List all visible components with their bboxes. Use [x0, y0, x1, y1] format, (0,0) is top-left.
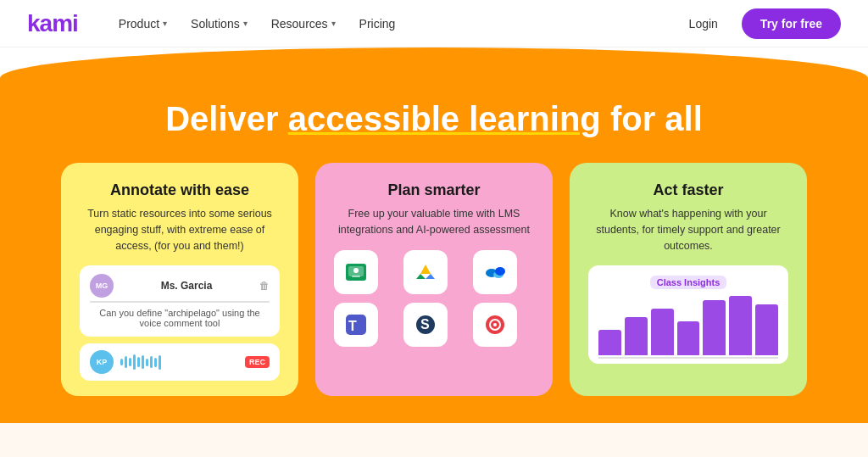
schoology-icon: S	[403, 303, 448, 347]
chat-bubble: MG Ms. Garcia 🗑 Can you define "archipel…	[80, 265, 280, 337]
chart-bar	[625, 317, 648, 355]
nav-links: Product ▾ Solutions ▾ Resources ▾ Pricin…	[108, 12, 679, 36]
hero-title: Deliver accessible learning for all	[51, 98, 817, 139]
hero-highlight: accessible learning	[288, 100, 601, 137]
wave-bar	[137, 357, 140, 367]
chevron-down-icon: ▾	[331, 19, 336, 28]
avatar-mg: MG	[90, 274, 114, 298]
bar-chart	[598, 296, 778, 355]
svg-text:T: T	[348, 319, 357, 333]
card-annotate: Annotate with ease Turn static resources…	[61, 163, 298, 396]
svg-point-13	[495, 267, 505, 276]
chart-bar	[598, 330, 621, 355]
nav-item-pricing[interactable]: Pricing	[349, 12, 406, 36]
card-plan-desc: Free up your valuable time with LMS inte…	[334, 206, 534, 238]
card-plan: Plan smarter Free up your valuable time …	[315, 163, 553, 396]
chat-name: Ms. Garcia	[120, 280, 253, 292]
wave-separator	[0, 47, 868, 78]
chart-bar	[677, 321, 700, 355]
svg-rect-4	[352, 276, 360, 277]
canvas-icon	[473, 303, 517, 347]
rec-badge: REC	[245, 356, 270, 368]
avatar-kp: KP	[90, 350, 114, 374]
login-button[interactable]: Login	[679, 10, 728, 37]
waveform	[120, 354, 238, 370]
hero-section: Deliver accessible learning for all Anno…	[0, 78, 868, 423]
google-classroom-icon	[334, 250, 378, 294]
wave-bar	[146, 359, 148, 366]
chat-header: MG Ms. Garcia 🗑	[90, 274, 270, 298]
app-icon-grid: T S	[334, 250, 534, 347]
wave-bar	[129, 358, 131, 366]
card-plan-title: Plan smarter	[334, 181, 534, 199]
card-act-desc: Know what's happening with your students…	[588, 206, 788, 254]
microsoft-teams-icon: T	[334, 303, 378, 347]
voice-row: KP REC	[80, 343, 280, 381]
try-for-free-button[interactable]: Try for free	[742, 8, 841, 39]
card-annotate-desc: Turn static resources into some serious …	[80, 206, 280, 254]
onedrive-icon	[473, 250, 517, 294]
svg-text:S: S	[420, 317, 430, 332]
divider	[90, 301, 270, 303]
svg-point-23	[493, 323, 497, 326]
svg-point-3	[353, 268, 359, 273]
nav-actions: Login Try for free	[679, 8, 841, 39]
card-annotate-title: Annotate with ease	[80, 181, 280, 199]
chart-axis	[598, 357, 778, 359]
wave-bar	[150, 356, 153, 368]
nav-item-resources[interactable]: Resources ▾	[261, 12, 346, 36]
chart-label: Class Insights	[650, 276, 727, 289]
nav-item-product[interactable]: Product ▾	[108, 12, 177, 36]
wave-bar	[159, 355, 161, 370]
card-act-title: Act faster	[588, 181, 788, 199]
chevron-down-icon: ▾	[243, 19, 248, 28]
wave-bar	[154, 358, 157, 367]
wave-bar	[133, 354, 136, 370]
chat-text: Can you define "archipelago" using the v…	[90, 308, 270, 328]
cards-row: Annotate with ease Turn static resources…	[51, 163, 817, 396]
chart-bar	[755, 304, 778, 355]
wave-bar	[142, 355, 144, 369]
navbar: kami Product ▾ Solutions ▾ Resources ▾ P…	[0, 0, 868, 47]
chart-bar	[703, 300, 726, 355]
logo[interactable]: kami	[27, 10, 78, 37]
chevron-down-icon: ▾	[163, 19, 167, 28]
google-drive-icon	[403, 250, 448, 294]
wave-bar	[125, 356, 127, 368]
chart-container: Class Insights	[588, 265, 788, 364]
chart-bar	[651, 309, 674, 355]
card-act: Act faster Know what's happening with yo…	[570, 163, 807, 396]
trash-icon: 🗑	[259, 280, 270, 292]
nav-item-solutions[interactable]: Solutions ▾	[181, 12, 258, 36]
wave-bar	[120, 359, 123, 365]
chart-bar	[729, 296, 752, 355]
